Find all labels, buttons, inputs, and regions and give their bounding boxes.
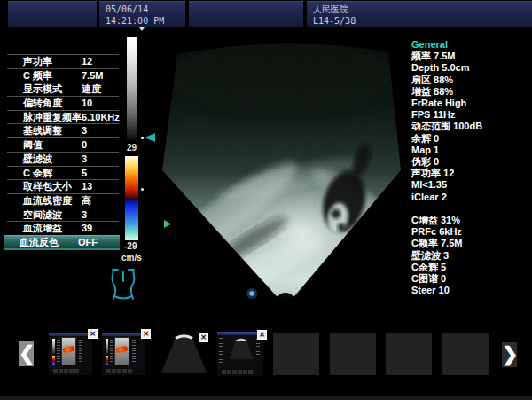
parameter-label: 基线调整: [23, 124, 62, 137]
parameter-row[interactable]: C 频率 7.5M: [7, 68, 119, 82]
date-text: 05/06/14: [106, 4, 185, 15]
close-icon[interactable]: ✕: [88, 329, 98, 339]
parameter-row[interactable]: 阈值 0: [7, 137, 119, 152]
parameter-value: 5: [82, 167, 87, 180]
thumbnail-doppler-2[interactable]: ✕: [102, 333, 145, 375]
parameter-row[interactable]: 脉冲重复频率 6.10KHz: [7, 110, 119, 124]
thumbnail-slot-empty: [330, 333, 376, 375]
thumb-sector-image: [227, 336, 255, 361]
parameter-value: 13: [82, 180, 92, 193]
thumb-text-specks: [57, 340, 60, 363]
thumb-image: [61, 337, 76, 365]
thumb-topbar: [102, 333, 145, 336]
ultrasound-console-screen: 05/06/14 14:21:00 PM 人民医院 L14-5/38 声功率 1…: [0, 0, 532, 400]
probe-id: L14-5/38: [313, 15, 532, 27]
parameter-list: 声功率 12 C 频率 7.5M 显示模式 速度 偏转角度 10 脉冲重复频率 …: [7, 54, 119, 250]
thumb-text-specks: [256, 338, 260, 357]
info-line: C增益 31%: [411, 215, 530, 226]
parameter-value: 12: [82, 55, 92, 68]
topbar-hospital: 人民医院 L14-5/38: [307, 1, 532, 27]
parameter-label: 偏转角度: [23, 97, 62, 110]
info-line: 伪彩 0: [411, 156, 530, 168]
color-scale-min-label: -29: [124, 241, 137, 251]
info-line: 频率 7.5M: [411, 51, 530, 62]
parameter-value: 速度: [82, 82, 101, 96]
close-icon[interactable]: ✕: [257, 330, 267, 340]
thumb-colorbar: [106, 356, 108, 365]
parameter-row[interactable]: C 余辉 5: [7, 166, 119, 180]
parameter-row[interactable]: 壁滤波 3: [7, 152, 119, 166]
thumb-image: [114, 337, 129, 365]
thumb-text-specks: [219, 338, 223, 363]
thumb-filmstrip: [106, 369, 132, 374]
info-line: 扇区 88%: [411, 75, 530, 86]
sample-dot-icon: [249, 291, 254, 296]
info-line: FPS 11Hz: [411, 109, 530, 121]
topbar-datetime: 05/06/14 14:21:00 PM: [99, 1, 185, 27]
focus-caret-icon: [164, 220, 171, 228]
thumb-filmstrip: [53, 369, 79, 374]
thumb-text-specks: [79, 340, 82, 363]
parameter-label: C 频率: [23, 69, 52, 82]
parameter-row[interactable]: 声功率 12: [7, 54, 119, 68]
gain-dot-icon: [141, 137, 144, 139]
baseline-dot-icon: [141, 188, 144, 191]
parameter-value: 6.10KHz: [82, 111, 120, 124]
thumb-filmstrip: [222, 370, 253, 375]
info-line: iClear 2: [411, 192, 530, 203]
thumbnail-sector-4[interactable]: ✕: [217, 332, 263, 376]
thumbnail-doppler-1[interactable]: ✕: [49, 333, 92, 375]
gray-scale-max-label: 29: [127, 143, 137, 153]
gain-arrow-icon: [145, 133, 155, 142]
info-line: 增益 88%: [411, 86, 530, 98]
info-line: C图谱 0: [411, 273, 530, 285]
parameter-row[interactable]: 基线调整 3: [7, 123, 119, 137]
hospital-name: 人民医院: [313, 4, 532, 15]
parameter-label: 显示模式: [23, 82, 62, 96]
velocity-unit-label: cm/s: [121, 253, 142, 263]
parameter-label: 血流增益: [23, 222, 62, 235]
parameter-row[interactable]: 取样包大小 13: [7, 179, 119, 193]
parameter-value: 10: [82, 97, 92, 110]
parameter-value: OFF: [78, 236, 98, 249]
parameter-value: 0: [82, 138, 87, 152]
parameter-label: 声功率: [23, 55, 52, 68]
filmstrip-prev-button[interactable]: ❮: [19, 341, 34, 366]
parameter-value: 3: [82, 124, 87, 137]
parameter-value: 3: [82, 208, 87, 222]
thumb-grayscale: [52, 339, 55, 354]
thumb-text-specks: [110, 340, 113, 363]
info-line: C余辉 5: [411, 262, 530, 273]
parameter-row[interactable]: 血流线密度 高: [7, 193, 119, 208]
parameter-value: 39: [82, 222, 92, 235]
thumb-colorbar: [52, 356, 55, 365]
filmstrip-next-button[interactable]: ❯: [502, 342, 517, 367]
info-line: C频率 7.5M: [411, 238, 530, 249]
body-marker-icon: [109, 267, 137, 302]
thumb-grayscale: [106, 339, 108, 354]
info-line: 声功率 12: [411, 168, 530, 179]
parameter-value: 高: [82, 194, 91, 208]
parameter-row[interactable]: 血流增益 39: [7, 221, 119, 235]
parameter-row[interactable]: 空间滤波 3: [7, 208, 119, 222]
parameter-label: 血流线密度: [23, 194, 72, 208]
preset-name: General: [411, 39, 530, 51]
close-icon[interactable]: ✕: [199, 333, 208, 342]
thumb-topbar: [49, 333, 92, 336]
close-icon[interactable]: ✕: [141, 329, 151, 339]
thumb-text-specks: [132, 340, 136, 363]
parameter-row[interactable]: 血流反色 OFF: [4, 235, 120, 250]
thumbnail-slot-empty: [273, 333, 319, 375]
parameter-label: 取样包大小: [23, 180, 72, 193]
gray-scale-bar: [127, 37, 137, 142]
parameter-label: 脉冲重复频率: [23, 111, 82, 124]
parameter-row[interactable]: 偏转角度 10: [7, 96, 119, 110]
parameter-label: 阈值: [23, 138, 43, 152]
info-line: Depth 5.0cm: [411, 62, 530, 74]
parameter-row[interactable]: 显示模式 速度: [7, 82, 119, 96]
info-line: 壁滤波 3: [411, 250, 530, 262]
thumbnail-sector-3[interactable]: ✕: [158, 330, 210, 379]
bottom-edge-strip: [0, 396, 532, 400]
thumb-doppler-blob: [63, 346, 75, 353]
gray-scale-marker-icon: [139, 27, 145, 31]
